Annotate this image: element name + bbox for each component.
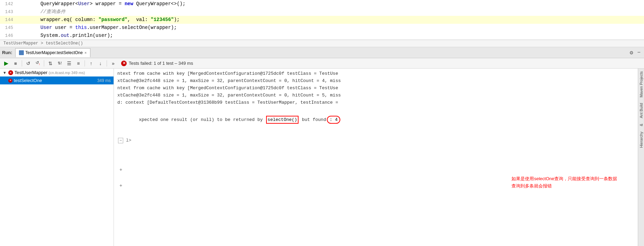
test-failed-badge: ✕ Tests failed: 1 of 1 test – 349 ms bbox=[121, 61, 193, 66]
code-content: wrapper.eq( column: "password", val: "12… bbox=[17, 16, 180, 23]
code-content: User user = this.userMapper.selectOne(wr… bbox=[17, 24, 177, 31]
console-line-1: ntext from cache with key [MergedContext… bbox=[114, 70, 638, 77]
rerun-failed-button[interactable]: ↺! bbox=[33, 60, 42, 67]
breadcrumb: TestUserMapper > testSelectOne() bbox=[0, 40, 644, 47]
expand-icon: ▼ bbox=[3, 71, 7, 75]
more-button[interactable]: » bbox=[109, 60, 117, 67]
annotation-line-1: 如果是使用selectOne查询，只能接受查询到一条数据 bbox=[511, 175, 617, 183]
tree-item-testusermapper[interactable]: ▼ ✕ TestUserMapper (cn.itcast.mp 349 ms) bbox=[0, 69, 114, 76]
toolbar-separator-4 bbox=[107, 60, 107, 66]
toolbar-separator-2 bbox=[44, 60, 44, 66]
error-prefix: xpected one result (or null) to be retur… bbox=[139, 117, 265, 122]
annotation-line-2: 查询到多条就会报错 bbox=[511, 183, 617, 190]
test-icon bbox=[19, 50, 24, 55]
run-label: Run: bbox=[2, 50, 12, 55]
code-content: System.out.println(user); bbox=[17, 32, 113, 39]
console-line-5: d: context [DefaultTestContext@31368b99 … bbox=[114, 99, 638, 106]
close-tab-button[interactable]: × bbox=[85, 51, 87, 55]
found-annotation: : 4 bbox=[327, 116, 340, 124]
sort2-button[interactable]: ⇅! bbox=[56, 60, 64, 67]
fail-small-icon: ✕ bbox=[8, 79, 12, 83]
test-tree-panel: ▼ ✕ TestUserMapper (cn.itcast.mp 349 ms)… bbox=[0, 69, 114, 246]
console-line-4: xtCache@3e2fc448 size = 1, maxSize = 32,… bbox=[114, 92, 638, 99]
more-icon: » bbox=[112, 61, 115, 66]
expand-plus-2[interactable]: + bbox=[117, 182, 125, 189]
run-tabbar: Run: TestUserMapper.testSelectOne × ⚙ − bbox=[0, 47, 644, 58]
selectone-annotation: selectOne() bbox=[266, 116, 299, 124]
arrow-up-icon: ↑ bbox=[90, 61, 92, 66]
arrow-down-icon: ↓ bbox=[99, 61, 102, 66]
code-line-142: 142 QueryWrapper<User> wrapper = new Que… bbox=[0, 0, 644, 8]
align-center-icon: ≡ bbox=[77, 61, 80, 66]
minimize-icon[interactable]: − bbox=[636, 49, 642, 57]
breadcrumb-text: TestUserMapper > testSelectOne() bbox=[3, 41, 83, 46]
tree-item-label: TestUserMapper (cn.itcast.mp 349 ms) bbox=[14, 70, 111, 75]
expand-row-1: + bbox=[114, 165, 638, 174]
sidebar-tab-ant[interactable]: Ant Build bbox=[638, 100, 644, 121]
app-window: 142 QueryWrapper<User> wrapper = new Que… bbox=[0, 0, 644, 246]
toolbar-separator bbox=[22, 60, 22, 66]
code-content: //查询条件 bbox=[17, 8, 66, 16]
console-line-2: xtCache@3e2fc448 size = 1, maxSize = 32,… bbox=[114, 77, 638, 84]
sidebar-tab-hierarchy[interactable]: Hierarchy bbox=[638, 129, 644, 151]
sort-icon: ⇅ bbox=[48, 61, 52, 66]
line-number: 142 bbox=[0, 0, 17, 8]
run-button[interactable]: ▶ bbox=[2, 60, 10, 67]
run-tab-name: TestUserMapper.testSelectOne bbox=[26, 50, 83, 55]
run-toolbar: ▶ ■ ↺ ↺! ⇅ ⇅! ☰ ≡ ↑ ↓ bbox=[0, 58, 644, 69]
settings-icon[interactable]: ⚙ bbox=[628, 49, 635, 57]
align-left-icon: ☰ bbox=[67, 61, 71, 66]
run-icon: ▶ bbox=[4, 60, 8, 66]
run-main: ▼ ✕ TestUserMapper (cn.itcast.mp 349 ms)… bbox=[0, 69, 644, 246]
error-suffix: but found bbox=[299, 117, 326, 122]
tree-item-label: testSelectOne bbox=[14, 78, 96, 83]
tree-item-time: 349 ms bbox=[97, 78, 111, 83]
arrow-up-button[interactable]: ↑ bbox=[87, 60, 95, 67]
line-number: 145 bbox=[0, 24, 17, 32]
code-line-143: 143 //查询条件 bbox=[0, 8, 644, 16]
align-left-button[interactable]: ☰ bbox=[65, 60, 73, 67]
sidebar-tab-amp[interactable]: & bbox=[638, 121, 644, 129]
tree-item-testselectone[interactable]: ✕ testSelectOne 349 ms bbox=[0, 76, 114, 84]
line-number: 143 bbox=[0, 8, 17, 16]
sidebar-tab-maven[interactable]: Maven Projects bbox=[638, 69, 644, 100]
stop-button[interactable]: ■ bbox=[11, 60, 20, 67]
expand-plus-1[interactable]: + bbox=[117, 166, 125, 173]
console-panel: ntext from cache with key [MergedContext… bbox=[114, 69, 638, 246]
run-tab[interactable]: TestUserMapper.testSelectOne × bbox=[15, 48, 91, 57]
line-number: 144 bbox=[0, 16, 17, 24]
align-center-button[interactable]: ≡ bbox=[74, 60, 82, 67]
annotation-text: 如果是使用selectOne查询，只能接受查询到一条数据 查询到多条就会报错 bbox=[511, 175, 617, 190]
rerun-failed-icon: ↺! bbox=[36, 60, 40, 66]
error-line: xpected one result (or null) to be retur… bbox=[114, 109, 638, 131]
toolbar-separator-3 bbox=[85, 60, 85, 66]
failed-icon: ✕ bbox=[121, 61, 127, 66]
fold-text: l> bbox=[126, 138, 131, 143]
fold-icon: − bbox=[118, 138, 123, 143]
fold-section: − l> bbox=[114, 131, 638, 145]
rerun-button[interactable]: ↺ bbox=[24, 60, 32, 67]
arrow-down-button[interactable]: ↓ bbox=[96, 60, 105, 67]
code-line-146: 146 System.out.println(user); bbox=[0, 32, 644, 40]
rerun-icon: ↺ bbox=[26, 61, 30, 66]
sort-button[interactable]: ⇅ bbox=[46, 60, 55, 67]
code-editor: 142 QueryWrapper<User> wrapper = new Que… bbox=[0, 0, 644, 40]
failed-text: Tests failed: 1 of 1 test – 349 ms bbox=[129, 61, 193, 66]
console-line-3: ntext from cache with key [MergedContext… bbox=[114, 84, 638, 92]
line-number: 146 bbox=[0, 32, 17, 40]
code-content: QueryWrapper<User> wrapper = new QueryWr… bbox=[17, 0, 185, 8]
right-sidebar: Maven Projects Ant Build & Hierarchy bbox=[638, 69, 644, 246]
stop-icon: ■ bbox=[14, 61, 17, 66]
code-line-144: 144 wrapper.eq( column: "password", val:… bbox=[0, 16, 644, 24]
fold-marker[interactable]: − l> bbox=[117, 137, 133, 143]
fail-icon: ✕ bbox=[8, 70, 13, 75]
sort2-icon: ⇅! bbox=[58, 61, 62, 65]
code-line-145: 145 User user = this.userMapper.selectOn… bbox=[0, 24, 644, 32]
